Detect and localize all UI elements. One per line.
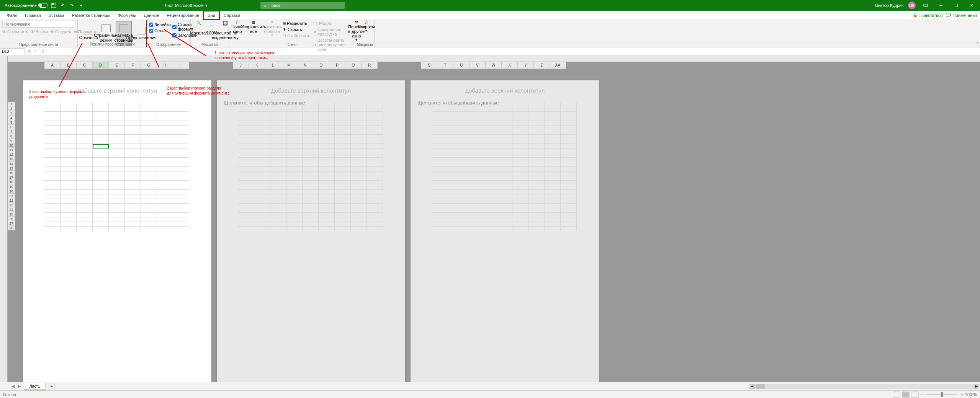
column-headers-3: S T U V W X Y Z AA — [421, 62, 566, 69]
view-pagebreak-btn[interactable] — [911, 391, 919, 398]
chk-gridlines[interactable]: Сетка — [149, 28, 171, 33]
tab-formulas[interactable]: Формулы — [114, 11, 140, 19]
group-label: Отображение — [147, 42, 190, 47]
cell-grid[interactable] — [44, 103, 190, 367]
document-title: Лист Microsoft Excel▾ — [165, 3, 208, 8]
colhead[interactable]: I — [173, 62, 189, 69]
nav-next-icon[interactable]: ▶ — [18, 384, 24, 389]
redo-icon[interactable]: ↷ — [69, 2, 75, 8]
colhead[interactable]: AA — [550, 62, 566, 69]
colhead[interactable]: O — [313, 62, 329, 69]
group-label: Окно — [229, 42, 355, 47]
avatar[interactable]: ВК — [908, 2, 916, 9]
colhead[interactable]: H — [157, 62, 173, 69]
sheetview-dropdown[interactable] — [2, 21, 75, 28]
colhead[interactable]: K — [249, 62, 265, 69]
cell-grid[interactable] — [238, 103, 384, 367]
tab-help[interactable]: Справка — [220, 11, 244, 19]
colhead[interactable]: E — [109, 62, 125, 69]
colhead[interactable]: T — [437, 62, 453, 69]
split[interactable]: ⊞ Разделить — [282, 21, 311, 26]
view-pagelayout-btn[interactable] — [902, 391, 910, 398]
colhead[interactable]: V — [470, 62, 486, 69]
colhead-active[interactable]: D — [93, 62, 109, 69]
fx-icon[interactable]: fx — [40, 49, 46, 54]
tab-file[interactable]: Файл — [3, 11, 21, 19]
scroll-left-icon[interactable]: ◀ — [749, 384, 755, 389]
name-box[interactable] — [0, 48, 25, 55]
horizontal-scrollbar[interactable]: ◀ ▶ — [749, 384, 979, 389]
colhead[interactable]: U — [453, 62, 470, 69]
colhead[interactable]: F — [125, 62, 141, 69]
enter-formula-icon[interactable]: ✓ — [33, 49, 37, 54]
header-area[interactable]: Добавьте верхний колонтитул — [217, 80, 405, 98]
search-box[interactable]: ⌕ Поиск — [260, 2, 345, 9]
autosave-label: Автосохранение — [5, 3, 37, 8]
formula-input[interactable] — [46, 48, 980, 55]
autosave-toggle[interactable]: Автосохранение — [5, 3, 47, 8]
save-icon[interactable] — [51, 2, 57, 8]
tab-insert[interactable]: Вставка — [45, 11, 68, 19]
active-cell[interactable] — [93, 144, 109, 148]
colhead[interactable]: J — [233, 62, 249, 69]
header-area[interactable]: Добавьте верхний колонтитул — [411, 80, 599, 98]
hide[interactable]: 👁 Скрыть — [282, 27, 311, 32]
arrange-all[interactable]: ▦Упорядочить все — [245, 21, 262, 52]
page-2[interactable]: Добавьте верхний колонтитул Щелкните, чт… — [217, 80, 405, 382]
colhead[interactable]: W — [486, 62, 502, 69]
colhead[interactable]: S — [421, 62, 437, 69]
colhead[interactable]: Z — [534, 62, 550, 69]
ribbon-display-icon[interactable] — [920, 0, 931, 11]
minimize-icon[interactable]: ─ — [936, 0, 946, 11]
cell-grid[interactable] — [432, 103, 578, 367]
tab-home[interactable]: Главная — [21, 11, 45, 19]
undo-icon[interactable]: ↶ — [60, 2, 66, 8]
pagebreak-view-icon — [101, 24, 111, 32]
group-label: Масштаб — [191, 42, 229, 47]
colhead[interactable]: C — [77, 62, 93, 69]
colhead[interactable]: Y — [518, 62, 534, 69]
tab-view[interactable]: Вид — [203, 11, 220, 20]
page-1[interactable]: Добавьте верхний колонтитул — [23, 80, 211, 382]
user-name[interactable]: Виктор Кудрик — [875, 3, 903, 8]
colhead[interactable]: R — [362, 62, 378, 69]
collapse-ribbon-icon[interactable]: ^ — [977, 42, 978, 46]
colhead[interactable]: P — [329, 62, 345, 69]
view-normal-btn[interactable] — [893, 391, 900, 398]
zoom-in-icon[interactable]: + — [961, 392, 963, 397]
sheet-tab-1[interactable]: Лист1 — [24, 383, 46, 390]
colhead[interactable]: X — [502, 62, 518, 69]
tab-review[interactable]: Рецензирование — [163, 11, 203, 19]
tab-pagelayout[interactable]: Разметка страницы — [68, 11, 114, 19]
zoom-slider[interactable] — [926, 394, 957, 395]
scroll-thumb[interactable] — [756, 384, 765, 389]
colhead[interactable]: G — [141, 62, 157, 69]
add-sheet-button[interactable]: + — [48, 383, 56, 390]
freeze-panes[interactable]: ❄Закрепить области▾ — [263, 21, 280, 52]
side-by-side: ▯▯ Рядом — [312, 21, 347, 26]
zoom-level[interactable]: 100 % — [965, 392, 977, 397]
sheetview-new: 👁 Создать — [50, 29, 71, 34]
comments-button[interactable]: 💬 Примечания — [946, 13, 977, 18]
colhead[interactable]: Q — [345, 62, 362, 69]
status-ready: Готово — [3, 392, 16, 397]
cancel-formula-icon[interactable]: ✕ — [28, 49, 31, 54]
scroll-right-icon[interactable]: ▶ — [974, 384, 979, 389]
close-icon[interactable]: ✕ — [966, 0, 977, 11]
column-headers-2: J K L M N O P Q R — [233, 62, 378, 69]
nav-prev-icon[interactable]: ◀ — [11, 384, 18, 389]
tab-data[interactable]: Данные — [140, 11, 163, 19]
touch-icon[interactable]: ▾ — [78, 2, 84, 8]
colhead[interactable]: N — [297, 62, 313, 69]
chk-ruler[interactable]: Линейка — [149, 22, 171, 27]
group-label: Режимы просмотра книги — [78, 42, 146, 46]
colhead[interactable]: A — [44, 62, 61, 69]
page-3[interactable]: Добавьте верхний колонтитул Щелкните, чт… — [411, 80, 599, 382]
zoom-out-icon[interactable]: − — [920, 392, 923, 397]
status-bar: Готово − + 100 % — [0, 390, 980, 398]
colhead[interactable]: M — [281, 62, 297, 69]
share-button[interactable]: 🔓 Поделиться — [913, 13, 943, 18]
toggle-switch-icon[interactable] — [38, 3, 47, 8]
maximize-icon[interactable]: ☐ — [951, 0, 962, 11]
colhead[interactable]: L — [265, 62, 281, 69]
